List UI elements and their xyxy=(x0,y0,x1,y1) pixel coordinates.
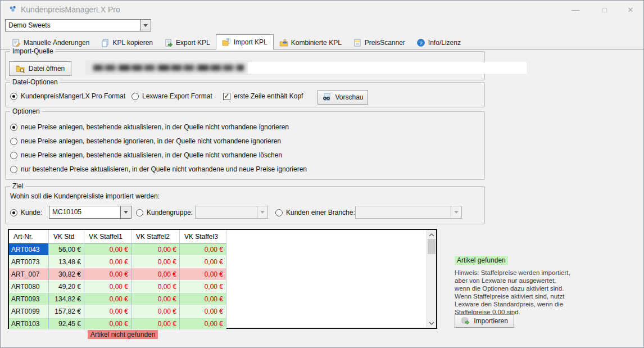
branch-combobox xyxy=(355,206,462,219)
file-path-blurred xyxy=(85,60,252,75)
table-cell-art-nr[interactable]: ART0093 xyxy=(9,293,49,305)
customer-combobox[interactable]: MC10105 xyxy=(49,206,131,219)
import-button[interactable]: Importieren xyxy=(455,314,514,328)
table-cell-vk-std[interactable]: 56,00 € xyxy=(49,243,84,256)
radio-label: neue Preise anlegen, bestehende aktualis… xyxy=(21,151,282,159)
radio-label: neue Preise anlegen, bestehende aktualis… xyxy=(21,123,289,131)
radio-target-kunde[interactable]: Kunde: xyxy=(10,209,42,216)
radio-option-update-delete[interactable]: neue Preise anlegen, bestehende aktualis… xyxy=(10,151,282,159)
table-row: ART010392,45 €0,00 €0,00 €0,00 € xyxy=(9,318,436,330)
table-cell-vk-staffel1[interactable]: 0,00 € xyxy=(84,256,131,268)
table-cell-vk-staffel3[interactable]: 0,00 € xyxy=(180,293,226,305)
table-cell-art-nr[interactable]: ART0103 xyxy=(9,318,49,330)
table-cell-vk-staffel2[interactable]: 0,00 € xyxy=(131,256,180,268)
maximize-button[interactable]: □ xyxy=(596,3,613,16)
table-cell-vk-staffel3[interactable]: 0,00 € xyxy=(180,305,226,318)
chevron-down-icon xyxy=(451,206,461,218)
chevron-down-icon[interactable] xyxy=(120,206,131,218)
radio-option-ignore-ignore[interactable]: neue Preise anlegen, bestehende ignorier… xyxy=(10,137,281,145)
radio-icon xyxy=(10,93,17,100)
app-window: KundenpreisManagerLX Pro — □ ✕ Demo Swee… xyxy=(0,0,644,348)
table-cell-vk-std[interactable]: 13,48 € xyxy=(49,256,84,268)
column-header-vk-staffel1[interactable]: VK Staffel1 xyxy=(84,230,131,243)
group-datei-optionen: Datei-Optionen KundenpreisMangerLX Pro F… xyxy=(5,82,485,107)
radio-format-lexware[interactable]: Lexware Export Format xyxy=(131,92,212,100)
column-header-vk-staffel3[interactable]: VK Staffel3 xyxy=(180,230,226,243)
radio-label: KundenpreisMangerLX Pro Format xyxy=(21,92,125,100)
table-cell-vk-std[interactable]: 92,45 € xyxy=(49,318,84,330)
tab-import-kpl[interactable]: Import KPL xyxy=(216,34,274,49)
table-cell-vk-std[interactable]: 30,82 € xyxy=(49,268,84,281)
table-cell-vk-staffel2[interactable]: 0,00 € xyxy=(131,293,180,305)
open-file-button[interactable]: Datei öffnen xyxy=(9,61,71,76)
tab-export-kpl[interactable]: Export KPL xyxy=(158,36,216,49)
close-button[interactable]: ✕ xyxy=(622,3,639,16)
table-cell-vk-staffel1[interactable]: 0,00 € xyxy=(84,281,131,293)
table-cell-vk-staffel1[interactable]: 0,00 € xyxy=(84,305,131,318)
hint-text: Hinweis: Staffelpreise werden importiert… xyxy=(455,269,592,316)
radio-format-kpmlx[interactable]: KundenpreisMangerLX Pro Format xyxy=(10,92,125,100)
minimize-button[interactable]: — xyxy=(567,3,584,16)
scroll-up-icon[interactable] xyxy=(427,231,436,239)
chevron-down-icon xyxy=(257,206,267,218)
company-select[interactable]: Demo Sweets xyxy=(5,19,151,31)
vertical-scrollbar[interactable] xyxy=(427,230,436,328)
column-header-vk-staffel2[interactable]: VK Staffel2 xyxy=(131,230,180,243)
svg-text:?: ? xyxy=(419,40,422,46)
table-cell-vk-staffel1[interactable]: 0,00 € xyxy=(84,243,131,256)
tab-label: Manuelle Änderungen xyxy=(24,39,89,47)
table-cell-art-nr[interactable]: ART_007 xyxy=(9,268,49,281)
window-title: KundenpreisManagerLX Pro xyxy=(21,5,120,14)
checkbox-label: erste Zeile enthält Kopf xyxy=(234,92,303,100)
tab-label: KPL kopieren xyxy=(112,39,153,47)
table-cell-vk-staffel2[interactable]: 0,00 € xyxy=(131,281,180,293)
first-row-header-checkbox[interactable]: erste Zeile enthält Kopf xyxy=(223,92,303,100)
column-header-art-nr[interactable]: Art-Nr. xyxy=(9,230,49,243)
tab-preisscanner[interactable]: PreisScanner xyxy=(347,36,411,49)
radio-target-kundengruppe[interactable]: Kundengruppe: xyxy=(136,209,193,216)
table-cell-vk-staffel3[interactable]: 0,00 € xyxy=(180,256,226,268)
radio-option-update-only[interactable]: nur bestehende Preise aktualisieren, in … xyxy=(10,165,307,173)
table-cell-vk-staffel3[interactable]: 0,00 € xyxy=(180,243,226,256)
radio-icon xyxy=(10,138,17,145)
group-legend: Ziel xyxy=(10,182,25,190)
preview-icon xyxy=(322,93,331,102)
edit-icon xyxy=(12,38,21,47)
group-legend: Import-Quelle xyxy=(10,47,56,55)
group-ziel: Ziel Wohin soll die Kundenpreisliste imp… xyxy=(5,186,485,224)
table-cell-vk-staffel2[interactable]: 0,00 € xyxy=(131,318,180,330)
table-cell-vk-staffel1[interactable]: 0,00 € xyxy=(84,318,131,330)
table-cell-vk-staffel3[interactable]: 0,00 € xyxy=(180,268,226,281)
table-cell-vk-staffel3[interactable]: 0,00 € xyxy=(180,318,226,330)
checkbox-icon xyxy=(223,93,230,100)
column-header-vk-std[interactable]: VK Std xyxy=(49,230,84,243)
table-cell-art-nr[interactable]: ART0080 xyxy=(9,281,49,293)
table-cell-vk-std[interactable]: 157,82 € xyxy=(49,305,84,318)
scroll-down-icon[interactable] xyxy=(427,319,436,327)
table-cell-vk-staffel3[interactable]: 0,00 € xyxy=(180,281,226,293)
preview-button[interactable]: Vorschau xyxy=(318,90,368,105)
table-cell-vk-staffel2[interactable]: 0,00 € xyxy=(131,268,180,281)
info-icon: ? xyxy=(416,38,425,47)
radio-target-branche[interactable]: Kunden einer Branche: xyxy=(275,209,355,216)
chevron-down-icon[interactable] xyxy=(140,20,151,31)
table-cell-art-nr[interactable]: ART0073 xyxy=(9,256,49,268)
table-cell-vk-staffel2[interactable]: 0,00 € xyxy=(131,305,180,318)
radio-icon xyxy=(10,166,17,173)
radio-option-update-ignore[interactable]: neue Preise anlegen, bestehende aktualis… xyxy=(10,123,289,131)
table-cell-vk-staffel1[interactable]: 0,00 € xyxy=(84,293,131,305)
file-path-field[interactable] xyxy=(248,62,527,74)
table-row: ART0099157,82 €0,00 €0,00 €0,00 € xyxy=(9,305,436,318)
table-cell-vk-staffel2[interactable]: 0,00 € xyxy=(131,243,180,256)
table-cell-art-nr[interactable]: ART0099 xyxy=(9,305,49,318)
table-cell-art-nr[interactable]: ART0043 xyxy=(9,243,49,256)
preview-label: Vorschau xyxy=(335,93,363,101)
table-cell-vk-std[interactable]: 134,82 € xyxy=(49,293,84,305)
table-cell-vk-std[interactable]: 49,20 € xyxy=(49,281,84,293)
radio-icon xyxy=(10,152,17,159)
table-cell-vk-staffel1[interactable]: 0,00 € xyxy=(84,268,131,281)
tab-kpl-kopieren[interactable]: KPL kopieren xyxy=(95,36,158,49)
tab-kombinierte-kpl[interactable]: Kombinierte KPL xyxy=(274,36,347,49)
scrollbar-thumb[interactable] xyxy=(428,239,436,254)
tab-info-lizenz[interactable]: ? Info/Lizenz xyxy=(411,36,466,49)
